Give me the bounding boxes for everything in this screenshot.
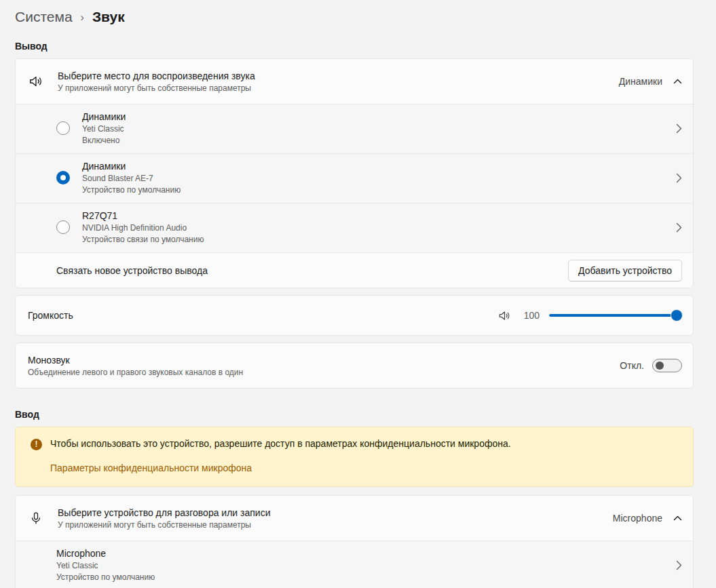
selected-input-device: Microphone [613, 513, 662, 524]
mono-toggle-state: Откл. [620, 360, 644, 371]
warning-text: Чтобы использовать это устройство, разре… [50, 438, 511, 449]
page-title: Звук [92, 9, 125, 25]
input-chooser-text: Выберите устройство для разговора или за… [58, 507, 270, 530]
device-name: Динамики [82, 161, 181, 172]
output-chooser-text: Выберите место для воспроизведения звука… [58, 71, 255, 93]
mono-toggle[interactable] [652, 359, 682, 372]
speaker-icon [28, 74, 44, 89]
add-output-device-button[interactable]: Добавить устройство [568, 260, 682, 281]
volume-value: 100 [522, 310, 540, 321]
input-device-row-microphone[interactable]: Microphone Yeti Classic Устройство по ум… [16, 541, 693, 588]
output-device-expander: Выберите место для воспроизведения звука… [15, 58, 694, 288]
mono-subtitle: Объединение левого и правого звуковых ка… [28, 368, 243, 377]
mono-audio-row: Монозвук Объединение левого и правого зв… [16, 343, 693, 388]
volume-slider[interactable] [549, 309, 677, 322]
radio-button-selected[interactable] [56, 171, 70, 184]
warning-icon: ! [31, 439, 42, 450]
device-detail: NVIDIA High Definition Audio [82, 223, 204, 233]
volume-row: Громкость 100 [16, 296, 693, 335]
breadcrumb-system[interactable]: Система [15, 9, 73, 25]
device-status: Устройство связи по умолчанию [82, 235, 204, 244]
device-status: Устройство по умолчанию [56, 572, 155, 582]
output-device-chooser-header[interactable]: Выберите место для воспроизведения звука… [16, 59, 693, 104]
device-detail: Yeti Classic [82, 124, 126, 134]
volume-card: Громкость 100 [15, 295, 694, 336]
input-device-list: Microphone Yeti Classic Устройство по ум… [16, 541, 693, 588]
chevron-up-icon[interactable] [673, 79, 682, 84]
mono-label: Монозвук [28, 355, 243, 366]
radio-button[interactable] [56, 220, 70, 234]
output-device-list: Динамики Yeti Classic Включено Динамики … [16, 104, 693, 252]
chevron-right-icon[interactable] [676, 123, 682, 134]
device-status: Включено [82, 136, 126, 145]
output-device-row-yeti[interactable]: Динамики Yeti Classic Включено [16, 104, 693, 153]
radio-button[interactable] [56, 121, 70, 135]
input-chooser-subtitle: У приложений могут быть собственные пара… [58, 520, 270, 530]
device-status: Устройство по умолчанию [82, 185, 181, 195]
mono-audio-card: Монозвук Объединение левого и правого зв… [15, 342, 694, 389]
mic-privacy-banner: ! Чтобы использовать это устройство, раз… [15, 427, 694, 487]
output-chooser-title: Выберите место для воспроизведения звука [58, 71, 255, 81]
input-device-chooser-header[interactable]: Выберите устройство для разговора или за… [16, 496, 693, 541]
input-chooser-title: Выберите устройство для разговора или за… [58, 507, 270, 518]
volume-label: Громкость [28, 310, 73, 321]
breadcrumb: Система › Звук [15, 5, 694, 28]
input-device-expander: Выберите устройство для разговора или за… [15, 495, 694, 588]
input-section-label: Ввод [15, 409, 694, 420]
chevron-right-icon[interactable] [676, 560, 682, 570]
device-name: R27Q71 [82, 210, 204, 221]
pair-output-label: Связать новое устройство вывода [56, 265, 208, 276]
device-name: Динамики [82, 111, 126, 122]
microphone-icon [28, 511, 44, 526]
output-device-row-r27q71[interactable]: R27Q71 NVIDIA High Definition Audio Устр… [16, 203, 693, 252]
volume-slider-thumb[interactable] [671, 310, 682, 321]
input-chooser-right: Microphone [613, 513, 682, 524]
chevron-right-icon[interactable] [676, 173, 682, 183]
output-chooser-subtitle: У приложений могут быть собственные пара… [58, 83, 255, 93]
device-detail: Yeti Classic [56, 561, 155, 570]
pair-output-device-row: Связать новое устройство вывода Добавить… [16, 252, 693, 288]
output-device-row-soundblaster[interactable]: Динамики Sound Blaster AE-7 Устройство п… [16, 153, 693, 203]
breadcrumb-separator-icon: › [81, 10, 84, 24]
device-name: Microphone [56, 548, 155, 559]
mic-privacy-link[interactable]: Параметры конфиденциальности микрофона [50, 463, 252, 473]
selected-output-device: Динамики [619, 76, 662, 87]
volume-icon[interactable] [496, 309, 512, 322]
output-chooser-right: Динамики [619, 76, 682, 87]
chevron-right-icon[interactable] [676, 222, 682, 233]
chevron-up-icon[interactable] [673, 515, 682, 521]
sound-settings-page: Система › Звук Вывод Выберите место для … [0, 0, 716, 588]
output-section-label: Вывод [15, 41, 694, 52]
toggle-knob [656, 361, 664, 370]
device-detail: Sound Blaster AE-7 [82, 174, 181, 183]
